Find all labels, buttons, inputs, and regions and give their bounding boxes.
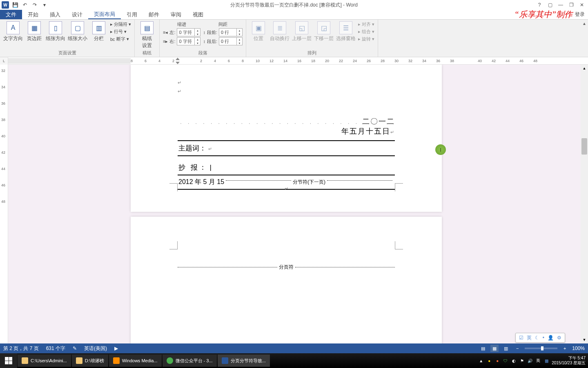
- taskbar-item[interactable]: 分页分节符导致...: [218, 355, 270, 367]
- vertical-ruler[interactable]: 323436384042444648: [0, 65, 8, 343]
- margins-button[interactable]: ▦页边距: [25, 21, 43, 42]
- send-backward-button[interactable]: ◲下移一层: [314, 21, 334, 42]
- subject-field[interactable]: 主题词： ↵: [178, 140, 395, 156]
- paper-size-button[interactable]: ▢纸张大小: [68, 21, 87, 42]
- space-after-input[interactable]: 0 行▲▼: [219, 37, 243, 45]
- ime-check-icon[interactable]: ☑: [519, 335, 523, 341]
- scroll-thumb[interactable]: [581, 138, 587, 155]
- document-page[interactable]: 分页符: [131, 217, 442, 343]
- close-button[interactable]: ✕: [578, 1, 586, 9]
- tray-icon[interactable]: ●: [494, 358, 500, 364]
- indent-left-input[interactable]: 0 字符▲▼: [177, 28, 200, 36]
- ime-moon-icon[interactable]: ☾: [535, 335, 539, 341]
- ribbon-display-icon[interactable]: ▢: [546, 1, 554, 9]
- maximize-button[interactable]: ❐: [568, 1, 575, 9]
- taskbar-item[interactable]: C:\Users\Admini...: [18, 355, 71, 367]
- undo-icon[interactable]: ↶: [21, 1, 29, 9]
- line-numbers-button[interactable]: ▸ 行号 ▾: [110, 29, 131, 35]
- text-direction-button[interactable]: A文字方向: [3, 21, 23, 42]
- text-direction-label: 文字方向: [3, 35, 23, 42]
- tab-page-layout[interactable]: 页面布局: [88, 10, 121, 19]
- taskbar-item[interactable]: 微信公众平台 - 3...: [163, 355, 217, 367]
- ruler-corner[interactable]: L: [0, 57, 8, 65]
- tab-mailings[interactable]: 邮件: [143, 10, 165, 19]
- tab-home[interactable]: 开始: [22, 10, 44, 19]
- vertical-scrollbar[interactable]: ▲ ▼: [581, 65, 588, 343]
- space-before-input[interactable]: 0 行▲▼: [219, 28, 243, 36]
- ime-settings-icon[interactable]: ⚙: [557, 335, 561, 341]
- tab-view[interactable]: 视图: [187, 10, 209, 19]
- tray-volume-icon[interactable]: 🔊: [527, 358, 533, 364]
- spell-check-icon[interactable]: ✎: [73, 346, 77, 351]
- tray-clock[interactable]: 下午 5:47 2015/10/23 星期五: [552, 356, 586, 366]
- tray-icon[interactable]: ◐: [511, 358, 517, 364]
- tray-flag-icon[interactable]: ⚑: [519, 358, 525, 364]
- scroll-up-icon[interactable]: ▲: [581, 65, 588, 72]
- position-button[interactable]: ▣位置: [249, 21, 267, 42]
- web-layout-icon[interactable]: ▥: [502, 345, 510, 352]
- ime-lang[interactable]: 英: [527, 334, 532, 341]
- save-icon[interactable]: 💾: [11, 1, 19, 9]
- document-page[interactable]: ↵ ↵ . . . . . . . . . . . . . . . . . . …: [131, 65, 442, 212]
- group-page-setup: A文字方向 ▦页边距 ▯纸张方向 ▢纸张大小 ▥分栏 ▸ 分隔符 ▾ ▸ 行号 …: [0, 20, 135, 57]
- page-status[interactable]: 第 2 页，共 7 页: [3, 345, 39, 352]
- footer-pilcrow: ↵: [285, 186, 288, 191]
- login-link[interactable]: 登录: [575, 11, 585, 18]
- page-setup-group-label: 页面设置: [3, 50, 131, 56]
- space-before-icon: ↕: [203, 30, 205, 35]
- tray-shield-icon[interactable]: 🛡: [503, 358, 508, 364]
- tray-lang[interactable]: 英: [535, 358, 541, 364]
- group-button[interactable]: ▸ 组合 ▾: [358, 29, 374, 35]
- indent-right-input[interactable]: 0 字符▲▼: [177, 37, 200, 45]
- tab-review[interactable]: 审阅: [165, 10, 187, 19]
- ime-toolbar[interactable]: ☑ 英 ☾ • 👤 ⚙: [515, 333, 565, 343]
- taskbar-app-icon: [167, 357, 173, 364]
- qat-customize-icon[interactable]: ▾: [41, 1, 48, 9]
- taskbar-item[interactable]: Windows Media...: [109, 355, 162, 367]
- start-button[interactable]: [0, 353, 17, 368]
- rotate-button[interactable]: ▸ 旋转 ▾: [358, 36, 374, 42]
- scroll-down-icon[interactable]: ▼: [581, 336, 588, 343]
- zoom-out-button[interactable]: −: [513, 345, 521, 352]
- manuscript-label: 稿纸 设置: [142, 35, 152, 49]
- bring-forward-button[interactable]: ◱上移一层: [292, 21, 312, 42]
- tray-up-icon[interactable]: ▲: [478, 358, 484, 364]
- zoom-in-button[interactable]: +: [561, 345, 569, 352]
- tray-action-icon[interactable]: ▩: [543, 358, 549, 364]
- orientation-button[interactable]: ▯纸张方向: [46, 21, 65, 42]
- wrap-text-button[interactable]: ≣自动换行: [270, 21, 290, 42]
- ime-opt1-icon[interactable]: •: [543, 335, 544, 341]
- help-icon[interactable]: ?: [536, 1, 543, 9]
- read-mode-icon[interactable]: ▤: [479, 345, 487, 352]
- ime-opt2-icon[interactable]: 👤: [548, 335, 554, 341]
- columns-label: 分栏: [94, 35, 104, 42]
- zoom-slider[interactable]: [525, 348, 557, 349]
- zoom-level[interactable]: 100%: [572, 346, 585, 351]
- group-manuscript: ▤稿纸 设置 稿纸: [135, 20, 160, 57]
- document-area: 323436384042444648 ↵ ↵ . . . . . . . . .…: [0, 65, 588, 343]
- spacing-header: 间距: [203, 21, 243, 27]
- minimize-button[interactable]: —: [557, 1, 564, 9]
- hyphenation-button[interactable]: bc 断字 ▾: [110, 36, 131, 42]
- tab-references[interactable]: 引用: [121, 10, 143, 19]
- tab-design[interactable]: 设计: [66, 10, 88, 19]
- columns-button[interactable]: ▥分栏: [90, 21, 108, 42]
- word-count[interactable]: 631 个字: [46, 345, 65, 352]
- align-button[interactable]: ▸ 对齐 ▾: [358, 21, 374, 27]
- taskbar-app-icon: [22, 357, 28, 364]
- language-status[interactable]: 英语(美国): [84, 345, 107, 352]
- collapse-ribbon-icon[interactable]: ▲: [582, 21, 586, 26]
- redo-icon[interactable]: ↷: [31, 1, 38, 9]
- cc-field[interactable]: 抄 报： |: [178, 160, 395, 175]
- manuscript-button[interactable]: ▤稿纸 设置: [138, 21, 156, 49]
- macro-icon[interactable]: ▶: [114, 346, 118, 351]
- breaks-button[interactable]: ▸ 分隔符 ▾: [110, 21, 131, 27]
- print-layout-icon[interactable]: ▦: [490, 345, 499, 352]
- tab-insert[interactable]: 插入: [44, 10, 66, 19]
- tray-icon[interactable]: ●: [486, 358, 492, 364]
- horizontal-ruler[interactable]: L 86422468101214161820222426283032343638…: [0, 57, 588, 65]
- indent-marker-icon[interactable]: [176, 58, 180, 64]
- taskbar-item[interactable]: D:\琅琊榜: [72, 355, 108, 367]
- tab-file[interactable]: 文件: [0, 10, 22, 19]
- selection-pane-button[interactable]: ☰选择窗格: [336, 21, 356, 42]
